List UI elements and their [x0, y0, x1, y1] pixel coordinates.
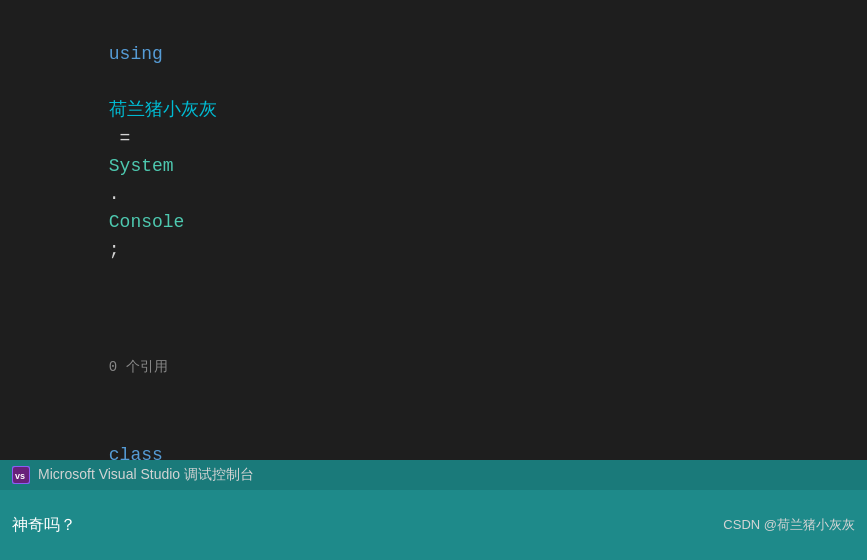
ref-count-class-line: 0 个引用	[0, 322, 867, 411]
vs-icon: vs	[12, 466, 30, 484]
class-declaration: class Program	[36, 413, 867, 460]
kw-using: using	[109, 44, 163, 64]
ref-count-class: 0 个引用	[36, 324, 867, 409]
vs-logo-icon: vs	[13, 467, 29, 483]
kw-class: class	[109, 445, 163, 460]
console-title-bar: vs Microsoft Visual Studio 调试控制台	[0, 460, 867, 490]
class-declaration-line: − class Program	[0, 411, 867, 460]
alias-name: 荷兰猪小灰灰	[109, 100, 217, 120]
console-title: Microsoft Visual Studio 调试控制台	[38, 466, 254, 484]
system-ref: System	[109, 156, 174, 176]
console-output-area: 神奇吗？ CSDN @荷兰猪小灰灰	[0, 490, 867, 560]
class-ref-count: 0 个引用	[109, 359, 168, 375]
console-output: 神奇吗？	[12, 515, 76, 536]
code-line-using: using 荷兰猪小灰灰 = System . Console ;	[0, 10, 867, 294]
empty-line-1	[0, 294, 867, 322]
console-panel: vs Microsoft Visual Studio 调试控制台 神奇吗？ CS…	[0, 460, 867, 560]
using-statement: using 荷兰猪小灰灰 = System . Console ;	[36, 12, 867, 292]
svg-text:vs: vs	[15, 471, 25, 481]
console-watermark: CSDN @荷兰猪小灰灰	[723, 516, 855, 534]
console-ref: Console	[109, 212, 185, 232]
code-editor: using 荷兰猪小灰灰 = System . Console ; 0 个引用 …	[0, 0, 867, 460]
